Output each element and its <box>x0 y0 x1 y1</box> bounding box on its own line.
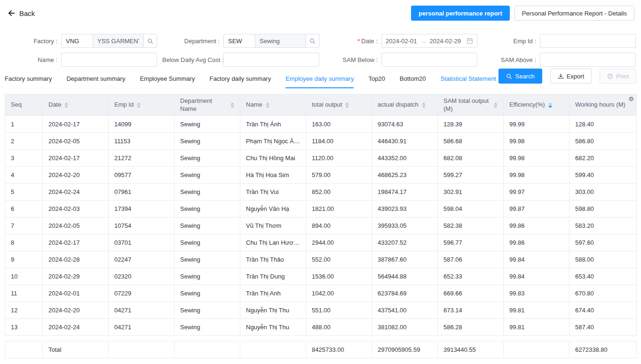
table-cell: 99.83 <box>504 285 570 302</box>
settings-gear-icon[interactable]: ⚙ <box>628 96 634 102</box>
table-cell: 670.80 <box>570 285 637 302</box>
table-cell: 163.00 <box>306 116 372 133</box>
department-search-button[interactable] <box>306 34 319 48</box>
tab-bottom20[interactable]: Bottom20 <box>400 68 426 88</box>
table-cell: 443352.00 <box>372 150 438 167</box>
filter-panel: Factory : Department : *Date : 20 <box>0 21 641 67</box>
table-row: 32024-02-1721272SewingChu Thị Hồng Mai11… <box>5 150 637 167</box>
sort-carets-icon[interactable] <box>64 102 68 108</box>
column-header-total-output[interactable]: total output <box>306 94 372 116</box>
factory-name-input[interactable] <box>93 34 144 48</box>
search-button[interactable]: Search <box>499 69 542 84</box>
table-cell: 99.81 <box>504 302 570 319</box>
table-cell: 653.40 <box>570 268 637 285</box>
table-cell: 2024-02-24 <box>43 319 109 336</box>
table-cell: Nguyễn Văn Hạ <box>240 201 306 217</box>
tab-department-summary[interactable]: Department summary <box>66 68 125 88</box>
column-label: Working hours (M) <box>575 101 625 108</box>
table-cell: Trần Thị Thảo <box>240 251 306 268</box>
total-row: Total8425733.002970905905.593913440.5562… <box>5 341 637 358</box>
table-body: 12024-02-1714099SewingTrần Thị Ánh163.00… <box>5 116 637 336</box>
table-cell: 2 <box>5 133 43 150</box>
sort-carets-icon[interactable] <box>494 102 498 108</box>
sort-carets-icon[interactable] <box>548 102 552 108</box>
table-cell: 582.38 <box>438 217 504 234</box>
table-cell: 99.87 <box>504 201 570 217</box>
tab-statistical-statement[interactable]: Statistical Statement <box>440 68 496 88</box>
sort-carets-icon[interactable] <box>266 102 269 108</box>
department-code-input[interactable] <box>223 34 255 48</box>
below-daily-avg-cost-input[interactable] <box>223 53 319 67</box>
column-header-department-name[interactable]: Department Name <box>174 94 240 116</box>
table-cell: 488.00 <box>306 319 372 336</box>
table-cell: 14099 <box>109 116 174 133</box>
name-input[interactable] <box>61 53 157 67</box>
name-filter: Name : <box>0 53 162 67</box>
sam-below-input[interactable] <box>381 53 477 67</box>
table-cell: 1536.00 <box>306 268 372 285</box>
date-start-value[interactable]: 2024-02-01 <box>386 38 417 45</box>
table-cell: 599.27 <box>438 167 504 184</box>
export-button[interactable]: Export <box>550 69 592 84</box>
column-header-date[interactable]: Date <box>43 94 109 116</box>
total-table: Total8425733.002970905905.593913440.5562… <box>5 341 637 358</box>
factory-code-input[interactable] <box>61 34 93 48</box>
table-cell: 1120.00 <box>306 150 372 167</box>
table-cell: 21272 <box>109 150 174 167</box>
column-header-sam-total-output-m[interactable]: SAM total output (M) <box>438 94 504 116</box>
topbar: Back personal performance report Persona… <box>0 0 641 21</box>
table-cell: 128.40 <box>570 116 637 133</box>
sort-carets-icon[interactable] <box>422 102 426 108</box>
table-row: 82024-02-1703701SewingChu Thị Lan Hương2… <box>5 234 637 251</box>
table-cell: 128.39 <box>438 116 504 133</box>
sort-carets-icon[interactable] <box>137 102 141 108</box>
table-cell: 2024-02-24 <box>43 184 109 201</box>
department-name-input[interactable] <box>255 34 306 48</box>
tab-top20[interactable]: Top20 <box>368 68 385 88</box>
date-end-value[interactable]: 2024-02-29 <box>430 38 461 45</box>
sort-carets-icon[interactable] <box>345 102 349 108</box>
column-label: Name <box>246 101 262 108</box>
table-cell: 1 <box>5 116 43 133</box>
tab-factory-daily-summary[interactable]: Factory daily summary <box>209 68 271 88</box>
tab-factory-summary[interactable]: Factory summary <box>5 68 52 88</box>
tab-employee-daily-summary[interactable]: Employee daily summary <box>285 68 354 88</box>
table-row: 112024-02-0107229SewingTrần Thị Anh1042.… <box>5 285 637 302</box>
personal-performance-report-details-button[interactable]: Personal Performance Report - Details <box>514 6 634 21</box>
below-daily-avg-cost-label: Below Daily Avg Cost : <box>162 56 223 63</box>
table-cell: 597.60 <box>570 234 637 251</box>
table-cell: 552.00 <box>306 251 372 268</box>
table-cell: Vũ Thị Thơm <box>240 217 306 234</box>
table-cell: 99.81 <box>504 319 570 336</box>
column-header-name[interactable]: Name <box>240 94 306 116</box>
table-cell: 02247 <box>109 251 174 268</box>
personal-performance-report-button[interactable]: personal performance report <box>411 6 510 21</box>
table-cell: 8 <box>5 234 43 251</box>
tabs: Factory summaryDepartment summaryEmploye… <box>5 68 499 88</box>
table-cell: 579.00 <box>306 167 372 184</box>
search-icon <box>147 38 153 44</box>
sort-carets-icon[interactable] <box>230 102 234 108</box>
tab-employee-summary[interactable]: Employee Summary <box>140 68 195 88</box>
department-label: Department : <box>162 38 223 45</box>
table-cell: Sewing <box>174 268 240 285</box>
column-header-actual-dispatch[interactable]: actual dispatch <box>372 94 438 116</box>
table-cell: 1184.00 <box>306 133 372 150</box>
emp-id-input[interactable] <box>540 34 636 48</box>
column-header-efficiency[interactable]: Efficiency(%) <box>504 94 570 116</box>
table-cell: Sewing <box>174 116 240 133</box>
column-header-emp-id[interactable]: Emp Id <box>109 94 174 116</box>
column-label: Efficiency(%) <box>509 101 545 108</box>
table-cell: 4 <box>5 167 43 184</box>
search-icon <box>506 73 512 79</box>
factory-search-button[interactable] <box>144 34 157 48</box>
table-cell: Sewing <box>174 184 240 201</box>
table-cell: 04271 <box>109 319 174 336</box>
column-label: Emp Id <box>114 101 134 108</box>
sam-above-input[interactable] <box>540 53 636 67</box>
date-range-picker[interactable]: 2024-02-01 → 2024-02-29 <box>381 34 477 48</box>
table-cell: 99.84 <box>504 268 570 285</box>
back-button[interactable]: Back <box>7 9 35 17</box>
table-cell: 2024-02-03 <box>43 201 109 217</box>
table-cell: 599.40 <box>570 167 637 184</box>
